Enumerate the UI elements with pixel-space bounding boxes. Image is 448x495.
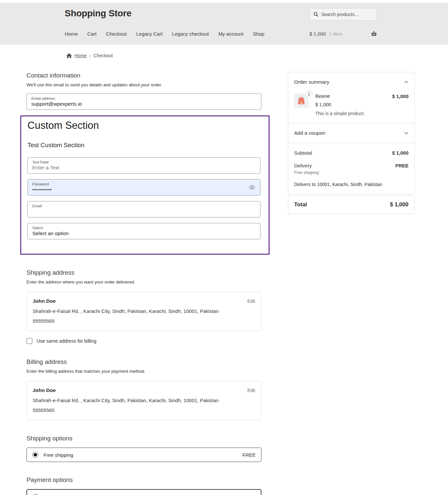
billing-same-label: Use same address for billing — [37, 338, 96, 344]
custom-section-subtitle: Test Custom Section — [27, 142, 260, 149]
order-summary-panel: Order summary — [288, 72, 415, 194]
billing-name: John Doe — [33, 387, 56, 393]
payment-option-1[interactable]: Visa ending in 4242 (expires 03/27) — [26, 489, 261, 495]
total-value: $ 1,000 — [390, 201, 408, 208]
site-header: Shopping Store Home Cart Checkout Legacy… — [0, 3, 448, 44]
contact-description: We'll use this email to send you details… — [26, 82, 261, 87]
cart-total: $ 1,000 — [309, 31, 326, 37]
breadcrumb: Home › Checkout — [66, 53, 448, 58]
billing-address-card: John Doe Edit Shahrah-e-Faisal Rd, , Kar… — [26, 381, 261, 420]
custom-email-field[interactable]: Email — [27, 201, 260, 217]
delivery-label: Delivery — [294, 163, 312, 168]
nav-item-checkout[interactable]: Checkout — [106, 31, 126, 37]
contact-title: Contact information — [26, 72, 261, 79]
breadcrumb-home-link[interactable]: Home — [75, 53, 87, 58]
delivery-method: Free shipping — [294, 170, 408, 175]
delivers-to-text: Delivers to 10001, Karachi, Sindh, Pakis… — [294, 182, 408, 187]
product-description: This is a simple product. — [315, 111, 408, 116]
text-field-input[interactable] — [32, 164, 256, 171]
breadcrumb-current: Checkout — [93, 53, 113, 58]
shipping-address-section: Shipping address Enter the address where… — [26, 269, 261, 344]
billing-address-section: Billing address Enter the billing addres… — [26, 358, 261, 420]
shipping-address-description: Enter the address where you want your or… — [26, 280, 261, 284]
nav-item-legacy-cart[interactable]: Legacy Cart — [136, 31, 163, 37]
select-field-label: Select — [32, 226, 256, 230]
beanie-image — [297, 96, 306, 105]
nav-item-home[interactable]: Home — [65, 31, 78, 37]
product-unit-price: $ 1,000 — [315, 102, 408, 107]
shipping-name: John Doe — [33, 298, 56, 304]
top-strip — [0, 0, 448, 3]
delivery-value: FREE — [395, 163, 408, 168]
password-masked-value[interactable]: •••••••••• — [32, 186, 256, 193]
password-field-label: Password — [32, 182, 256, 186]
chevron-down-icon[interactable] — [404, 132, 408, 134]
quantity-badge: 1 — [306, 91, 312, 97]
search-icon — [313, 12, 319, 17]
email-address-input[interactable] — [31, 101, 257, 107]
site-title: Shopping Store — [65, 8, 131, 19]
add-coupon-label: Add a coupon — [294, 130, 325, 136]
chevron-up-icon[interactable] — [404, 81, 408, 83]
custom-section: Custom Section Test Custom Section Text … — [20, 115, 270, 255]
select-field[interactable]: Select Select an option — [27, 223, 260, 239]
text-field[interactable]: Text Field — [27, 157, 260, 174]
nav-item-my-account[interactable]: My account — [218, 31, 243, 37]
payment-options-section: Payment options Visa ending in 4242 (exp… — [26, 476, 261, 495]
nav-item-legacy-checkout[interactable]: Legacy checkout — [172, 31, 209, 37]
total-panel: Total $ 1,000 — [288, 195, 415, 214]
email-address-field[interactable]: Email address — [26, 94, 261, 110]
order-item-row: 1 Beanie $ 1,000 $ 1,000 This is a simpl… — [294, 94, 408, 116]
custom-email-input[interactable] — [32, 208, 256, 214]
product-line-price: $ 1,000 — [392, 94, 408, 99]
billing-address-description: Enter the billing address that matches y… — [26, 369, 261, 374]
billing-address-title: Billing address — [26, 358, 261, 366]
billing-phone: 55555565 — [33, 407, 255, 413]
eye-icon[interactable] — [249, 185, 255, 190]
search-input[interactable] — [321, 12, 373, 17]
product-name: Beanie — [315, 94, 330, 99]
shipping-option-price: FREE — [242, 452, 256, 458]
shipping-options-section: Shipping options Free shipping FREE — [26, 435, 261, 462]
text-field-label: Text Field — [32, 160, 256, 164]
total-label: Total — [294, 201, 307, 208]
shipping-address-title: Shipping address — [26, 269, 261, 276]
add-coupon-row[interactable]: Add a coupon — [288, 123, 414, 143]
basket-icon[interactable] — [371, 31, 377, 37]
custom-section-title: Custom Section — [27, 120, 260, 131]
cart-info[interactable]: $ 1,000 1 item — [309, 31, 377, 37]
nav-item-shop[interactable]: Shop — [253, 31, 264, 37]
main-nav: Home Cart Checkout Legacy Cart Legacy ch… — [65, 31, 264, 37]
shipping-option-label: Free shipping — [43, 452, 73, 458]
shipping-option-free[interactable]: Free shipping FREE — [26, 448, 261, 462]
radio-selected-icon[interactable] — [32, 452, 38, 458]
shipping-phone: 55555565 — [33, 318, 255, 324]
shipping-options-title: Shipping options — [26, 435, 261, 442]
order-summary-title: Order summary — [294, 79, 329, 85]
contact-section: Contact information We'll use this email… — [26, 72, 261, 110]
shipping-edit-link[interactable]: Edit — [247, 299, 255, 304]
shipping-address-card: John Doe Edit Shahrah-e-Faisal Rd, , Kar… — [26, 292, 261, 331]
payment-options-title: Payment options — [26, 476, 261, 484]
billing-same-row: Use same address for billing — [26, 338, 261, 344]
home-icon[interactable] — [66, 53, 72, 58]
select-field-value[interactable]: Select an option — [32, 230, 256, 236]
order-summary-header[interactable]: Order summary — [294, 79, 408, 85]
totals-section: Subtotal $ 1,000 Delivery FREE Free ship… — [288, 143, 414, 194]
nav-item-cart[interactable]: Cart — [87, 31, 96, 37]
billing-same-checkbox[interactable] — [26, 338, 32, 344]
radio-selected-icon[interactable] — [33, 494, 39, 495]
subtotal-value: $ 1,000 — [392, 150, 408, 156]
subtotal-label: Subtotal — [294, 150, 312, 156]
password-field[interactable]: Password •••••••••• — [27, 179, 260, 196]
custom-email-label: Email — [32, 204, 256, 208]
billing-edit-link[interactable]: Edit — [247, 388, 255, 393]
breadcrumb-separator: › — [89, 53, 91, 58]
billing-address-line: Shahrah-e-Faisal Rd, , Karachi City, Sin… — [33, 398, 255, 403]
email-address-label: Email address — [31, 96, 257, 101]
search-box[interactable] — [309, 8, 377, 21]
shipping-address-line: Shahrah-e-Faisal Rd, , Karachi City, Sin… — [33, 308, 255, 314]
cart-count: 1 item — [329, 31, 342, 37]
